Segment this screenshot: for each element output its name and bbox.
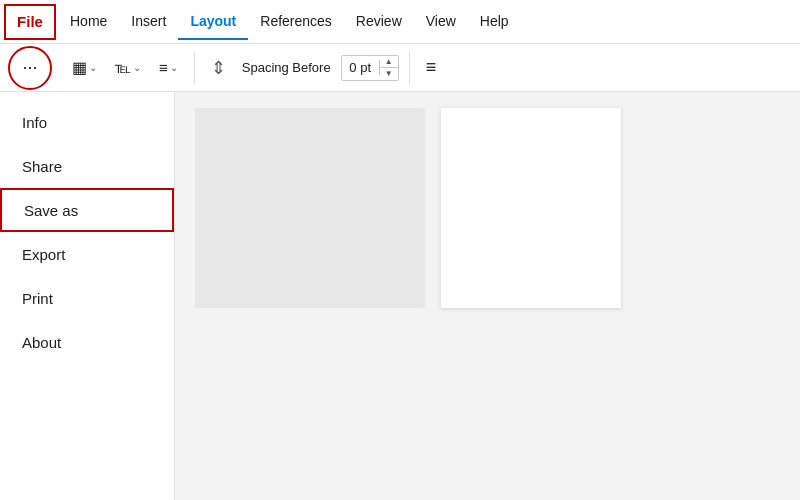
spinner-down-button[interactable]: ▼ [380,68,398,80]
dropdown-item-about[interactable]: About [0,320,174,364]
overflow-icon: ≡ [426,57,437,78]
spacing-before-value[interactable]: 0 pt [342,60,380,75]
menu-item-references[interactable]: References [248,4,344,40]
paragraph-spacing-icon: ⇕ [211,57,226,79]
menu-item-help[interactable]: Help [468,4,521,40]
document-page-white [441,108,621,308]
line-numbers-button[interactable]: ≡ ⌄ [153,52,184,84]
dropdown-item-export[interactable]: Export [0,232,174,276]
line-numbers-chevron-icon: ⌄ [170,62,178,73]
menu-item-view[interactable]: View [414,4,468,40]
dropdown-item-info[interactable]: Info [0,100,174,144]
margins-icon: ▦ [72,58,87,77]
document-page-placeholder [195,108,425,308]
menu-item-review[interactable]: Review [344,4,414,40]
dropdown-item-save-as[interactable]: Save as [0,188,174,232]
spinner-up-button[interactable]: ▲ [380,56,398,69]
main-area: Info Share Save as Export Print About [0,92,800,500]
columns-icon: ℡ [115,59,131,77]
columns-button[interactable]: ℡ ⌄ [109,52,147,84]
menu-item-layout[interactable]: Layout [178,4,248,40]
menu-item-home[interactable]: Home [58,4,119,40]
spacing-before-spinner[interactable]: 0 pt ▲ ▼ [341,55,399,81]
ribbon-separator-2 [409,52,410,84]
more-dots-icon: ··· [22,57,37,78]
more-options-button[interactable]: ··· [8,46,52,90]
spinner-arrows: ▲ ▼ [380,56,398,80]
columns-chevron-icon: ⌄ [133,62,141,73]
dropdown-item-print[interactable]: Print [0,276,174,320]
margins-chevron-icon: ⌄ [89,62,97,73]
ribbon-toolbar: ··· ▦ ⌄ ℡ ⌄ ≡ ⌄ ⇕ Spacing Before 0 pt ▲ … [0,44,800,92]
spacing-icon-btn: ⇕ [205,52,232,84]
ribbon-separator-1 [194,52,195,84]
file-menu-item[interactable]: File [4,4,56,40]
spacing-before-label: Spacing Before [242,60,331,75]
page-margins-button[interactable]: ▦ ⌄ [66,52,103,84]
document-area [175,92,800,500]
line-numbers-icon: ≡ [159,59,168,76]
file-dropdown-panel: Info Share Save as Export Print About [0,92,175,500]
overflow-menu-button[interactable]: ≡ [420,52,443,84]
menu-item-insert[interactable]: Insert [119,4,178,40]
menu-bar: File Home Insert Layout References Revie… [0,0,800,44]
dropdown-item-share[interactable]: Share [0,144,174,188]
